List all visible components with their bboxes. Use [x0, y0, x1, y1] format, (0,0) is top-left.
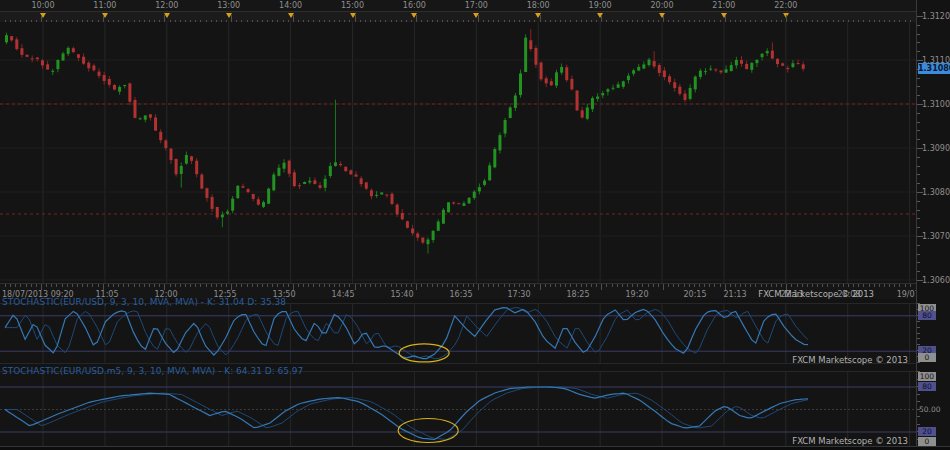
- axis-tick: [658, 284, 659, 287]
- price-tick: [917, 113, 920, 114]
- price-tick: [917, 210, 920, 211]
- axis-tick: [468, 284, 469, 287]
- time-label: 21:00: [712, 1, 735, 10]
- axis-tick: [534, 284, 535, 287]
- axis-tick: [432, 284, 433, 287]
- axis-tick: [519, 284, 520, 287]
- axis-tick: [375, 284, 376, 287]
- axis-tick: [236, 284, 237, 287]
- price-tick: [917, 51, 920, 52]
- axis-tick: [483, 284, 484, 287]
- axis-tick: [401, 284, 402, 287]
- time-label: 11:00: [93, 1, 116, 10]
- axis-tick: [437, 284, 438, 287]
- axis-tick: [740, 284, 741, 287]
- price-label: 1.3080: [922, 188, 950, 197]
- axis-tick: [36, 284, 37, 287]
- axis-tick: [442, 284, 443, 287]
- time-label: 18:25: [566, 290, 589, 299]
- axis-tick: [92, 284, 93, 287]
- axis-tick: [673, 284, 674, 287]
- axis-tick: [15, 284, 16, 287]
- main-price-chart[interactable]: FXCM Marketscope © 2013: [0, 22, 916, 283]
- price-tick: [917, 157, 920, 158]
- axis-tick: [67, 284, 68, 287]
- axis-tick: [339, 284, 340, 287]
- price-label: 1.3100: [922, 100, 950, 109]
- axis-tick: [334, 284, 335, 287]
- time-label: 19:00: [589, 1, 612, 10]
- axis-tick: [216, 284, 217, 287]
- axis-tick: [858, 284, 859, 287]
- axis-tick: [262, 284, 263, 287]
- axis-tick: [755, 284, 756, 287]
- axis-tick: [750, 284, 751, 287]
- top-time-axis[interactable]: 10:0011:0012:0013:0014:0015:0016:0017:00…: [0, 0, 916, 22]
- axis-tick: [606, 284, 607, 287]
- axis-tick: [411, 284, 412, 287]
- price-tick: [917, 25, 920, 26]
- axis-tick: [545, 284, 546, 287]
- axis-tick: [46, 284, 47, 287]
- axis-tick: [884, 284, 885, 287]
- axis-tick: [807, 284, 808, 287]
- stochastic-panel-2[interactable]: [0, 371, 916, 448]
- indicator-tick: [917, 394, 920, 395]
- stochastic-panel-1[interactable]: [0, 303, 916, 364]
- axis-tick: [853, 284, 854, 287]
- axis-tick: [863, 284, 864, 287]
- time-label: 17:00: [465, 1, 488, 10]
- axis-tick: [313, 284, 314, 287]
- current-price-tag: 1.31080: [918, 63, 950, 74]
- axis-tick: [180, 284, 181, 287]
- axis-tick: [488, 284, 489, 287]
- price-tick: [917, 262, 920, 263]
- time-label: 15:40: [390, 290, 413, 299]
- axis-tick: [206, 284, 207, 287]
- time-label: 22:00: [774, 1, 797, 10]
- axis-tick: [324, 284, 325, 287]
- axis-tick: [663, 284, 664, 290]
- price-label: 1.3070: [922, 232, 950, 241]
- axis-tick: [20, 284, 21, 287]
- axis-tick: [565, 284, 566, 287]
- axis-tick: [586, 284, 587, 287]
- axis-tick: [10, 284, 11, 287]
- axis-tick: [735, 284, 736, 287]
- axis-tick: [288, 284, 289, 287]
- time-label: 20:15: [683, 290, 706, 299]
- axis-tick: [370, 284, 371, 287]
- copyright-text: FXCM Marketscope © 2013: [792, 355, 908, 365]
- axis-tick: [555, 284, 556, 287]
- axis-tick: [684, 284, 685, 287]
- bottom-scrollbar[interactable]: [0, 446, 950, 450]
- indicator-scale-label: 0: [918, 437, 936, 446]
- axis-tick: [817, 284, 818, 287]
- axis-tick: [632, 284, 633, 287]
- price-tick: [917, 86, 920, 87]
- indicator-tick: [917, 327, 920, 328]
- axis-tick: [560, 284, 561, 287]
- axis-tick: [781, 284, 782, 287]
- price-axis[interactable]: 1.31201.31101.31001.30901.30801.30701.30…: [916, 0, 950, 446]
- axis-tick: [303, 284, 304, 287]
- indicator-label-stochastic-1: STOCHASTIC(EUR/USD, 9, 3, 10, MVA, MVA) …: [2, 297, 286, 307]
- axis-tick: [416, 284, 417, 290]
- axis-tick: [149, 284, 150, 287]
- time-label: 14:45: [331, 290, 354, 299]
- axis-tick: [159, 284, 160, 287]
- axis-tick: [139, 284, 140, 287]
- axis-tick: [185, 284, 186, 287]
- candles-layer: [5, 29, 805, 253]
- axis-tick: [277, 284, 278, 287]
- axis-tick: [591, 284, 592, 287]
- axis-tick: [709, 284, 710, 287]
- axis-tick: [648, 284, 649, 287]
- axis-tick: [385, 284, 386, 287]
- axis-tick: [509, 284, 510, 287]
- time-label: 16:35: [449, 290, 472, 299]
- axis-tick: [601, 284, 602, 290]
- axis-tick: [247, 284, 248, 287]
- axis-tick: [714, 284, 715, 287]
- time-label: 17:30: [507, 290, 530, 299]
